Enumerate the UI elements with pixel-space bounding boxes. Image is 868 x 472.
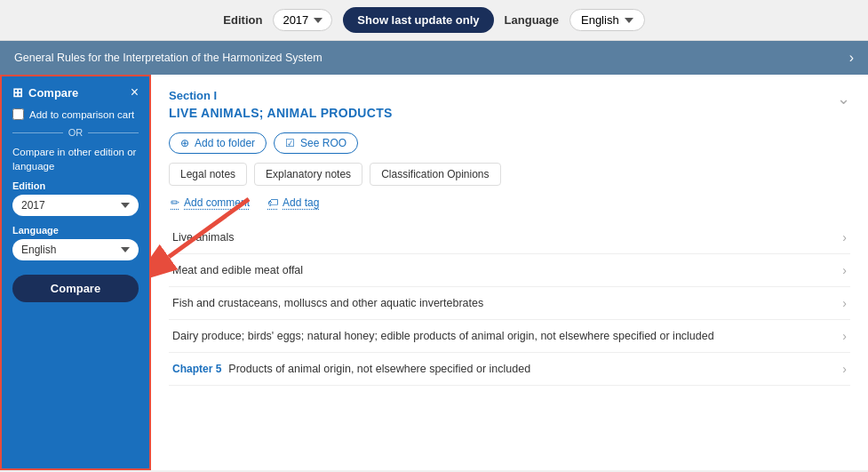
compare-close-button[interactable]: × bbox=[131, 85, 139, 100]
banner-arrow-icon[interactable]: › bbox=[849, 50, 854, 66]
compare-panel-header: ⊞ Compare × bbox=[12, 85, 139, 100]
language-value: English bbox=[581, 13, 619, 27]
edition-select[interactable]: 2017 bbox=[273, 9, 332, 31]
main-content: ⊞ Compare × Add to comparison cart OR Co… bbox=[0, 75, 868, 470]
comparison-cart-checkbox[interactable] bbox=[12, 108, 24, 120]
edition-chevron-icon bbox=[314, 18, 323, 23]
roo-icon: ☑ bbox=[285, 137, 295, 149]
compare-language-chevron-icon bbox=[121, 247, 130, 252]
compare-edition-chevron-icon bbox=[121, 203, 130, 208]
section-collapse-icon[interactable]: ⌄ bbox=[837, 89, 850, 108]
add-to-folder-button[interactable]: ⊕ Add to folder bbox=[169, 132, 267, 154]
banner-text: General Rules for the Interpretation of … bbox=[14, 52, 323, 64]
chevron-right-icon: › bbox=[842, 362, 847, 376]
chevron-right-icon: › bbox=[842, 296, 847, 310]
banner: General Rules for the Interpretation of … bbox=[0, 41, 868, 75]
language-label: Language bbox=[505, 13, 559, 27]
language-select[interactable]: English bbox=[569, 9, 645, 31]
chapter-5-label: Chapter 5 bbox=[172, 363, 221, 375]
list-item[interactable]: Chapter 5 Products of animal origin, not… bbox=[169, 353, 850, 386]
comparison-cart-label: Add to comparison cart bbox=[29, 109, 134, 120]
section-title: LIVE ANIMALS; ANIMAL PRODUCTS bbox=[169, 106, 393, 120]
compare-edition-value: 2017 bbox=[21, 199, 45, 212]
notes-tabs-row: Legal notes Explanatory notes Classifica… bbox=[169, 163, 850, 186]
compare-icon: ⊞ bbox=[12, 85, 23, 100]
compare-language-label: Language bbox=[12, 225, 139, 236]
list-item[interactable]: Dairy produce; birds' eggs; natural hone… bbox=[169, 320, 850, 353]
explanatory-notes-button[interactable]: Explanatory notes bbox=[254, 163, 362, 186]
compare-checkbox-row: Add to comparison cart bbox=[12, 108, 139, 120]
list-item[interactable]: Fish and crustaceans, molluscs and other… bbox=[169, 287, 850, 320]
section-header: Section I LIVE ANIMALS; ANIMAL PRODUCTS … bbox=[169, 89, 850, 120]
compare-language-select[interactable]: English bbox=[12, 239, 139, 260]
add-folder-icon: ⊕ bbox=[180, 137, 189, 149]
comment-tag-row: ✏ Add comment 🏷 Add tag bbox=[169, 196, 850, 209]
compare-button[interactable]: Compare bbox=[12, 275, 139, 302]
language-chevron-icon bbox=[625, 18, 633, 23]
chevron-right-icon: › bbox=[842, 263, 847, 277]
compare-edition-label: Edition bbox=[12, 180, 139, 191]
compare-title-text: Compare bbox=[28, 86, 78, 100]
add-comment-button[interactable]: ✏ Add comment bbox=[171, 196, 250, 209]
section-left: Section I LIVE ANIMALS; ANIMAL PRODUCTS bbox=[169, 89, 393, 120]
chapter-list: Live animals › Meat and edible meat offa… bbox=[169, 221, 850, 386]
comment-icon: ✏ bbox=[171, 196, 179, 209]
tag-icon: 🏷 bbox=[267, 196, 278, 209]
compare-language-value: English bbox=[21, 244, 56, 256]
compare-panel-title: ⊞ Compare bbox=[12, 85, 78, 100]
see-roo-button[interactable]: ☑ See ROO bbox=[274, 132, 358, 154]
chevron-right-icon: › bbox=[842, 329, 847, 343]
list-item[interactable]: Meat and edible meat offal › bbox=[169, 254, 850, 287]
compare-in-label: Compare in other edition or language bbox=[12, 145, 139, 173]
section-label: Section I bbox=[169, 89, 393, 102]
top-bar: Edition 2017 Show last update only Langu… bbox=[0, 0, 868, 41]
compare-panel: ⊞ Compare × Add to comparison cart OR Co… bbox=[0, 75, 151, 470]
chevron-right-icon: › bbox=[842, 230, 847, 244]
add-tag-button[interactable]: 🏷 Add tag bbox=[267, 196, 319, 209]
list-item[interactable]: Live animals › bbox=[169, 221, 850, 254]
edition-label: Edition bbox=[223, 13, 262, 27]
show-last-update-button[interactable]: Show last update only bbox=[343, 7, 493, 33]
compare-edition-select[interactable]: 2017 bbox=[12, 195, 139, 216]
classification-opinions-button[interactable]: Classification Opinions bbox=[370, 163, 500, 186]
or-divider: OR bbox=[12, 127, 139, 138]
content-area: Section I LIVE ANIMALS; ANIMAL PRODUCTS … bbox=[151, 75, 868, 470]
legal-notes-button[interactable]: Legal notes bbox=[169, 163, 247, 186]
edition-value: 2017 bbox=[283, 13, 308, 27]
